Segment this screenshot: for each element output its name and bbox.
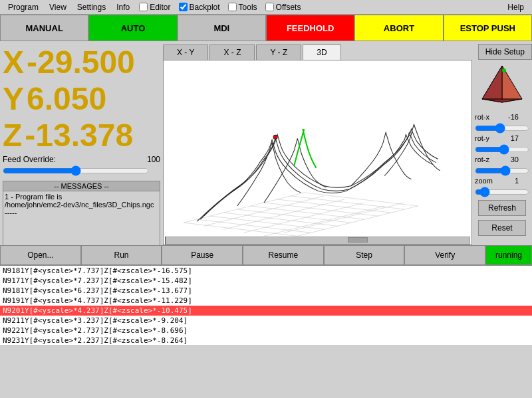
gcode-list[interactable]: N9181Y[#<yscale>*7.737]Z[#<zscale>*-16.5… — [0, 265, 532, 345]
gcode-row: N9171Y[#<yscale>*7.237]Z[#<zscale>*-15.4… — [0, 276, 532, 286]
status-badge: running — [485, 245, 532, 265]
reset-button[interactable]: Reset — [478, 220, 526, 236]
y-value: 6.050 — [27, 80, 106, 117]
tab-xy[interactable]: X - Y — [163, 45, 208, 60]
x-value: -29.500 — [27, 44, 135, 80]
feed-override-slider[interactable] — [3, 165, 149, 176]
x-label: X — [3, 44, 24, 80]
tabs-bar: X - Y X - Z Y - Z 3D Hide Setup — [163, 41, 532, 60]
messages-box: -- MESSAGES -- 1 - Program file is /home… — [3, 181, 160, 247]
main-area: X -29.500 Y 6.050 Z -13.378 Feed Overrid… — [0, 41, 532, 245]
feedhold-button[interactable]: FEEDHOLD — [266, 15, 354, 41]
menu-help[interactable]: Help — [502, 3, 529, 12]
gcode-row: N9191Y[#<yscale>*4.737]Z[#<zscale>*-11.2… — [0, 296, 532, 306]
z-coord-line: Z -13.378 — [3, 117, 160, 153]
backplot-svg — [164, 60, 471, 245]
svg-line-6 — [264, 203, 378, 216]
gcode-row: N9211Y[#<yscale>*3.237]Z[#<zscale>*-9.20… — [0, 316, 532, 326]
x-coord-line: X -29.500 — [3, 44, 160, 80]
offsets-check-container: Offsets — [261, 3, 305, 12]
rot-z-row: rot-z 30 — [475, 155, 529, 163]
menu-info[interactable]: Info — [111, 3, 135, 12]
zoom-label: zoom — [475, 177, 500, 185]
backplot-view[interactable] — [163, 60, 472, 245]
abort-button[interactable]: ABORT — [354, 15, 443, 41]
backplot-scrollbar[interactable] — [165, 237, 470, 245]
gcode-row: N9181Y[#<yscale>*7.737]Z[#<zscale>*-16.5… — [0, 266, 532, 276]
messages-content: 1 - Program file is /home/john/emc2-dev3… — [3, 191, 160, 218]
svg-marker-21 — [482, 99, 522, 102]
svg-line-3 — [224, 213, 338, 226]
rot-z-label: rot-z — [475, 155, 500, 163]
zoom-slider[interactable] — [475, 187, 529, 197]
action-bar: Open... Run Pause Resume Step Verify run… — [0, 245, 532, 265]
gcode-row: N9221Y[#<yscale>*2.737]Z[#<zscale>*-8.69… — [0, 326, 532, 336]
feed-override-value: 100 — [147, 155, 160, 164]
feed-override-label: Feed Override: — [3, 155, 56, 164]
svg-line-11 — [203, 196, 324, 226]
backplot-scrollbar-thumb[interactable] — [348, 237, 368, 243]
offsets-checkbox[interactable] — [265, 3, 274, 11]
rot-x-label: rot-x — [475, 113, 500, 121]
menu-settings[interactable]: Settings — [72, 3, 111, 12]
editor-check-container: Editor — [135, 3, 174, 12]
svg-line-8 — [291, 196, 404, 209]
left-panel: X -29.500 Y 6.050 Z -13.378 Feed Overrid… — [0, 41, 163, 245]
rot-x-value: -16 — [500, 113, 519, 121]
hide-setup-button[interactable]: Hide Setup — [478, 44, 532, 60]
editor-checkbox[interactable] — [139, 3, 148, 11]
manual-button[interactable]: MANUAL — [0, 15, 88, 41]
tools-label: Tools — [239, 3, 257, 12]
editor-label: Editor — [150, 3, 170, 12]
side-controls: rot-x -16 rot-y 17 rot-z 30 zoom 1 — [472, 60, 532, 245]
orientation-widget[interactable] — [479, 62, 525, 109]
pyramid-svg — [479, 62, 525, 109]
mdi-button[interactable]: MDI — [178, 15, 266, 41]
step-button[interactable]: Step — [324, 245, 405, 265]
zoom-row: zoom 1 — [475, 177, 529, 185]
auto-button[interactable]: AUTO — [88, 15, 177, 41]
menu-program[interactable]: Program — [3, 3, 44, 12]
verify-button[interactable]: Verify — [404, 245, 485, 265]
rot-y-row: rot-y 17 — [475, 134, 529, 142]
y-coord-line: Y 6.050 — [3, 80, 160, 117]
zoom-value: 1 — [500, 177, 519, 185]
feed-override-row: Feed Override: 100 — [3, 153, 160, 165]
backplot-container: rot-x -16 rot-y 17 rot-z 30 zoom 1 — [163, 60, 532, 245]
estop-button[interactable]: ESTOP PUSH — [444, 15, 532, 41]
offsets-label: Offsets — [276, 3, 301, 12]
tools-checkbox[interactable] — [228, 3, 237, 11]
svg-point-17 — [273, 135, 277, 139]
svg-line-1 — [197, 219, 311, 233]
modebar: MANUAL AUTO MDI FEEDHOLD ABORT ESTOP PUS… — [0, 15, 532, 41]
messages-title: -- MESSAGES -- — [3, 181, 160, 191]
menu-view[interactable]: View — [44, 3, 72, 12]
run-button[interactable]: Run — [81, 245, 162, 265]
rot-y-value: 17 — [500, 134, 519, 142]
rot-z-value: 30 — [500, 155, 519, 163]
svg-line-7 — [277, 199, 391, 213]
tab-yz[interactable]: Y - Z — [256, 45, 301, 60]
backplot-checkbox[interactable] — [179, 3, 188, 11]
tools-check-container: Tools — [224, 3, 261, 12]
rot-z-slider[interactable] — [475, 165, 529, 176]
resume-button[interactable]: Resume — [243, 245, 324, 265]
messages-text: 1 - Program file is /home/john/emc2-dev3… — [5, 193, 154, 217]
svg-marker-20 — [482, 66, 502, 102]
rot-y-slider[interactable] — [475, 144, 529, 155]
y-label: Y — [3, 80, 24, 117]
svg-line-9 — [304, 193, 418, 206]
svg-line-2 — [210, 216, 324, 229]
svg-point-22 — [502, 68, 506, 72]
tab-3d[interactable]: 3D — [303, 45, 340, 60]
svg-line-0 — [184, 223, 297, 236]
open-button[interactable]: Open... — [0, 245, 81, 265]
right-content: X - Y X - Z Y - Z 3D Hide Setup — [163, 41, 532, 245]
tab-xz[interactable]: X - Z — [209, 45, 255, 60]
gcode-row: N9201Y[#<yscale>*4.237]Z[#<zscale>*-10.4… — [0, 306, 532, 316]
gcode-row: N9181Y[#<yscale>*6.237]Z[#<zscale>*-13.6… — [0, 286, 532, 296]
rot-x-slider[interactable] — [475, 123, 529, 134]
refresh-button[interactable]: Refresh — [478, 200, 526, 216]
pause-button[interactable]: Pause — [162, 245, 243, 265]
z-value: -13.378 — [25, 117, 133, 153]
